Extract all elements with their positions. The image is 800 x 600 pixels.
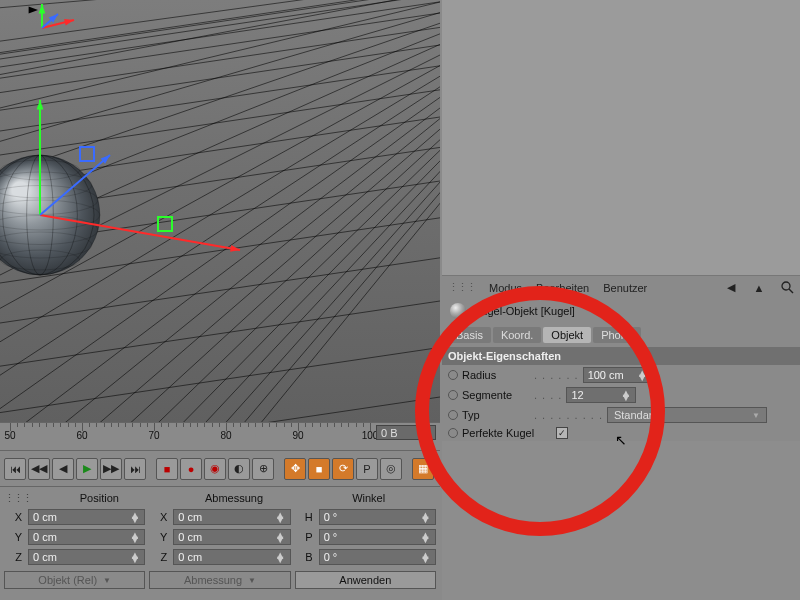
attribute-tabs: Basis Koord. Objekt Phong [442,323,800,347]
pla-tool-button[interactable]: ◎ [380,458,402,480]
stop-button[interactable]: ■ [156,458,178,480]
pos-y-input[interactable]: 0 cm▲▼ [28,529,145,545]
grip-icon: ⋮⋮⋮ [4,492,32,505]
tab-basis[interactable]: Basis [448,327,491,343]
axis-y-label2: Y [149,531,169,543]
coordinates-panel: ⋮⋮⋮ Position Abmessung Winkel X 0 cm▲▼ X… [0,486,440,600]
ang-h-value: 0 ° [324,511,338,523]
pos-z-input[interactable]: 0 cm▲▼ [28,549,145,565]
menu-modus[interactable]: Modus [489,282,522,294]
key-pos-button[interactable]: ⊕ [252,458,274,480]
keyframe-options-button[interactable]: ◐ [228,458,250,480]
object-manager-panel [442,0,800,275]
goto-end-button[interactable]: ⏭ [124,458,146,480]
stepper-icon[interactable]: ▲▼ [129,553,140,561]
anim-dot-icon[interactable] [448,390,458,400]
axis-y-label: Y [4,531,24,543]
prop-segmente-row: Segmente . . . . 12 ▲▼ [442,385,800,405]
rotate-tool-button[interactable]: ⟳ [332,458,354,480]
viewport-3d[interactable] [0,0,440,422]
radius-value: 100 cm [588,369,624,381]
menu-benutzer[interactable]: Benutzer [603,282,647,294]
ang-h-input[interactable]: 0 °▲▼ [319,509,436,525]
axis-x-label2: X [149,511,169,523]
typ-value: Standard [614,409,659,421]
prop-typ-row: Typ . . . . . . . . . Standard ▼ [442,405,800,425]
timeline-ruler[interactable]: 5060708090100 [0,423,440,441]
stepper-icon[interactable]: ▲▼ [420,513,431,521]
radius-input[interactable]: 100 cm ▲▼ [583,367,653,383]
scale-tool-button[interactable]: ■ [308,458,330,480]
frame-field[interactable]: 0 B [376,425,436,440]
record-button[interactable]: ● [180,458,202,480]
pos-y-value: 0 cm [33,531,57,543]
stepper-icon[interactable]: ▲▼ [275,533,286,541]
dim-z-input[interactable]: 0 cm▲▼ [173,549,290,565]
stepper-icon[interactable]: ▲▼ [129,513,140,521]
ang-b-input[interactable]: 0 °▲▼ [319,549,436,565]
dots: . . . . [534,389,562,401]
stepper-icon[interactable]: ▲▼ [420,533,431,541]
prop-typ-label: Typ [462,409,530,421]
anim-dot-icon[interactable] [448,410,458,420]
dim-z-value: 0 cm [178,551,202,563]
col-abmessung: Abmessung [167,492,302,504]
timeline[interactable]: 5060708090100 0 B [0,422,440,450]
axis-x-label: X [4,511,24,523]
tab-phong[interactable]: Phong [593,327,641,343]
stepper-icon[interactable]: ▲▼ [420,553,431,561]
selection-tool-button[interactable]: ▦ [412,458,434,480]
svg-point-0 [782,282,790,290]
tab-objekt[interactable]: Objekt [543,327,591,343]
axis-p-label: P [295,531,315,543]
ang-p-input[interactable]: 0 °▲▼ [319,529,436,545]
anim-dot-icon[interactable] [448,370,458,380]
next-frame-button[interactable]: ▶▶ [100,458,122,480]
dim-x-input[interactable]: 0 cm▲▼ [173,509,290,525]
timeline-tick-label: 60 [76,430,87,441]
coord-mode-dim-select[interactable]: Abmessung▼ [149,571,290,589]
attribute-menubar: ⋮⋮⋮ Modus Bearbeiten Benutzer ◀ ▲ [442,275,800,299]
segmente-input[interactable]: 12 ▲▼ [566,387,636,403]
apply-button[interactable]: Anwenden [295,571,436,589]
transport-toolbar: ⏮ ◀◀ ◀ ▶ ▶▶ ⏭ ■ ● ◉ ◐ ⊕ ✥ ■ ⟳ P ◎ ▦ [0,450,440,486]
tab-koord[interactable]: Koord. [493,327,541,343]
attribute-manager-panel: ⋮⋮⋮ Modus Bearbeiten Benutzer ◀ ▲ Kugel-… [442,275,800,600]
typ-select[interactable]: Standard ▼ [607,407,767,423]
nav-up-icon[interactable]: ▲ [752,281,766,295]
anim-dot-icon[interactable] [448,428,458,438]
timeline-tick-label: 50 [4,430,15,441]
dim-y-value: 0 cm [178,531,202,543]
prev-frame-button[interactable]: ◀◀ [28,458,50,480]
stepper-icon[interactable]: ▲▼ [129,533,140,541]
coord-mode-object-select[interactable]: Objekt (Rel)▼ [4,571,145,589]
segmente-value: 12 [571,389,583,401]
move-tool-button[interactable]: ✥ [284,458,306,480]
goto-start-button[interactable]: ⏮ [4,458,26,480]
nav-back-icon[interactable]: ◀ [724,281,738,295]
autokey-button[interactable]: ◉ [204,458,226,480]
stepper-icon[interactable]: ▲▼ [637,371,648,379]
perfekte-checkbox[interactable]: ✓ [556,427,568,439]
dim-x-value: 0 cm [178,511,202,523]
dim-y-input[interactable]: 0 cm▲▼ [173,529,290,545]
section-objekt-eigenschaften: Objekt-Eigenschaften [442,347,800,365]
coord-mode-dim-value: Abmessung [184,574,242,586]
timeline-tick-label: 70 [148,430,159,441]
play-backward-button[interactable]: ◀ [52,458,74,480]
search-icon[interactable] [780,281,794,295]
stepper-icon[interactable]: ▲▼ [275,513,286,521]
pos-x-input[interactable]: 0 cm▲▼ [28,509,145,525]
frame-field-value: 0 B [381,427,398,439]
menu-bearbeiten[interactable]: Bearbeiten [536,282,589,294]
dots: . . . . . . . . . [534,409,603,421]
coord-mode-object-value: Objekt (Rel) [38,574,97,586]
play-forward-button[interactable]: ▶ [76,458,98,480]
ang-p-value: 0 ° [324,531,338,543]
param-tool-button[interactable]: P [356,458,378,480]
stepper-icon[interactable]: ▲▼ [275,553,286,561]
col-position: Position [32,492,167,504]
timeline-tick-label: 90 [292,430,303,441]
chevron-down-icon: ▼ [248,576,256,585]
stepper-icon[interactable]: ▲▼ [621,391,632,399]
